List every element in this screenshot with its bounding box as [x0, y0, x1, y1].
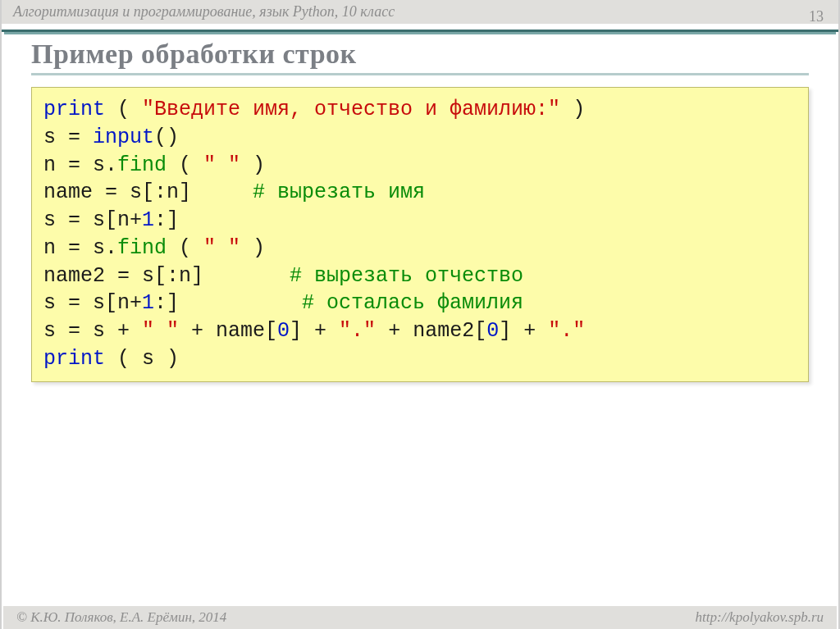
- code-line-1: print ( "Введите имя, отчество и фамилию…: [43, 98, 585, 121]
- string-literal: "Введите имя, отчество и фамилию:": [142, 98, 560, 121]
- number-literal: 0: [486, 319, 499, 343]
- code-line-4: name = s[:n] # вырезать имя: [43, 180, 425, 204]
- fn-find: find: [117, 236, 167, 260]
- header-divider: [2, 24, 838, 32]
- string-literal: ".": [548, 319, 585, 343]
- comment: # осталась фамилия: [302, 291, 523, 315]
- keyword-input: input: [93, 125, 154, 149]
- title-underline: [31, 73, 809, 75]
- slide-title: Пример обработки строк: [2, 32, 838, 73]
- footer: © К.Ю. Поляков, Е.А. Ерёмин, 2014 http:/…: [3, 606, 837, 629]
- fn-find: find: [117, 153, 167, 177]
- code-line-9: s = s + " " + name[0] + "." + name2[0] +…: [43, 319, 585, 343]
- code-line-2: s = input(): [43, 125, 179, 149]
- keyword-print: print: [43, 347, 105, 371]
- code-block: print ( "Введите имя, отчество и фамилию…: [31, 87, 809, 382]
- number-literal: 1: [142, 291, 154, 315]
- string-literal: ".": [339, 319, 376, 343]
- code-line-6: n = s.find ( " " ): [43, 236, 265, 260]
- string-literal: " ": [142, 319, 179, 343]
- slide: Алгоритмизация и программирование, язык …: [0, 0, 840, 629]
- code-line-8: s = s[n+1:] # осталась фамилия: [43, 291, 523, 315]
- copyright-text: © К.Ю. Поляков, Е.А. Ерёмин, 2014: [16, 609, 226, 626]
- string-literal: " ": [203, 236, 240, 260]
- course-header: Алгоритмизация и программирование, язык …: [2, 0, 838, 24]
- code-line-5: s = s[n+1:]: [43, 208, 179, 232]
- string-literal: " ": [203, 153, 240, 177]
- course-label: Алгоритмизация и программирование, язык …: [13, 3, 395, 20]
- keyword-print: print: [43, 98, 105, 121]
- page-number: 13: [809, 8, 824, 25]
- code-line-10: print ( s ): [43, 347, 179, 371]
- number-literal: 1: [142, 208, 154, 232]
- comment: # вырезать отчество: [290, 264, 523, 288]
- code-line-7: name2 = s[:n] # вырезать отчество: [43, 264, 523, 288]
- code-line-3: n = s.find ( " " ): [43, 153, 265, 177]
- number-literal: 0: [277, 319, 290, 343]
- comment: # вырезать имя: [253, 180, 425, 204]
- footer-url: http://kpolyakov.spb.ru: [696, 609, 824, 626]
